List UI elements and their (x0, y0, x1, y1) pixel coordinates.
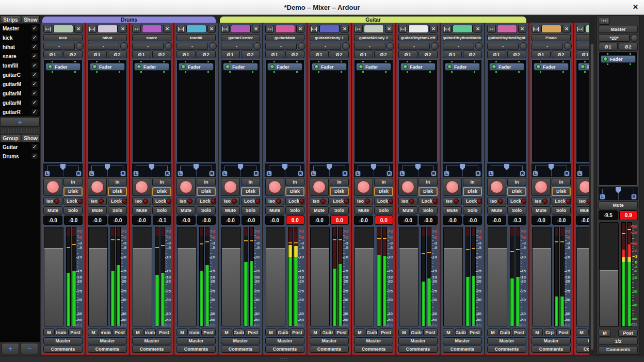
output-button[interactable]: Master (576, 337, 589, 344)
group-button[interactable]: Guitr (366, 328, 378, 336)
solo-lock-button[interactable]: Lock (463, 197, 482, 205)
group-button[interactable]: Drums (144, 328, 156, 336)
input-monitor-button[interactable]: In (374, 178, 393, 186)
phase-2-button[interactable]: Ø2 (152, 51, 171, 58)
comments-button[interactable]: Comments (88, 345, 127, 353)
visible-checkbox[interactable]: ✓ (31, 99, 38, 106)
processor-active-led[interactable] (536, 64, 541, 69)
fader-processor[interactable]: Fader (223, 63, 258, 71)
strip-name-button[interactable]: Piano (532, 34, 571, 41)
strip-name-button[interactable]: guitarRhythmMiddle (443, 34, 482, 41)
input-monitor-button[interactable]: In (241, 178, 260, 186)
trim-knob[interactable] (631, 34, 638, 42)
strip-name-button[interactable]: guitarRhythmLeft (398, 34, 438, 41)
mute-button[interactable]: Mute (43, 206, 62, 215)
phase-1-button[interactable]: Ø1 (532, 51, 551, 58)
solo-isolate-button[interactable]: Iso (43, 197, 62, 205)
sidebar-strip-row[interactable]: snare ✓ (0, 52, 40, 61)
pan-widget[interactable]: L R (354, 163, 393, 177)
metering-point-button[interactable]: Post (512, 328, 526, 336)
peak-display[interactable]: -0.0 (463, 216, 482, 225)
strip-hide-icon[interactable]: ✕ (119, 25, 127, 33)
record-arm-button[interactable] (132, 178, 151, 196)
strip-color-bar[interactable] (541, 25, 561, 33)
trim-button[interactable]: - (398, 43, 430, 50)
strip-name-button[interactable]: guitarRhythmRight (487, 34, 526, 41)
metering-point-button[interactable]: Post (290, 328, 304, 336)
output-button[interactable]: Master (88, 337, 127, 344)
metering-point-button[interactable]: Post (468, 328, 482, 336)
level-meter[interactable] (621, 222, 632, 327)
record-arm-button[interactable] (221, 178, 240, 196)
group-button[interactable]: Guitr (233, 328, 245, 336)
trim-button[interactable]: - (176, 43, 208, 50)
sidebar-group-row[interactable]: Guitar ✓ (0, 142, 40, 152)
volume-fader[interactable] (221, 227, 241, 326)
trim-knob[interactable] (120, 42, 128, 50)
output-button[interactable]: 1/2 (599, 338, 638, 345)
meter-bar[interactable] (332, 227, 337, 326)
visible-checkbox[interactable]: ✓ (31, 80, 38, 88)
meter-bar[interactable] (199, 227, 204, 326)
group-button[interactable]: Drums (56, 328, 67, 336)
group-button[interactable]: Guitr (455, 328, 466, 336)
phase-2-button[interactable]: Ø2 (197, 51, 216, 58)
comments-button[interactable]: Comments (487, 345, 526, 353)
volume-fader[interactable] (88, 227, 108, 326)
fader-processor[interactable]: Fader (179, 63, 214, 71)
processor-active-led[interactable] (181, 64, 186, 69)
metering-point-button[interactable]: Post (201, 328, 216, 336)
mute-button[interactable]: Mute (398, 206, 417, 215)
metering-point-button[interactable]: Post (618, 329, 638, 337)
solo-isolate-button[interactable]: Iso (443, 197, 462, 205)
metering-point-button[interactable]: Post (379, 328, 393, 336)
comments-button[interactable]: Comments (532, 345, 571, 353)
solo-button[interactable]: Solo (152, 206, 171, 215)
trim-button[interactable]: - (43, 43, 75, 50)
phase-2-button[interactable]: Ø2 (241, 51, 260, 58)
solo-lock-button[interactable]: Lock (241, 197, 260, 205)
comments-button[interactable]: Comments (43, 345, 83, 353)
sidebar-strip-row[interactable]: hihat ✓ (0, 42, 40, 52)
strip-width-icon[interactable] (532, 25, 540, 33)
level-meter[interactable] (288, 227, 298, 326)
solo-isolate-button[interactable]: Iso (265, 197, 284, 205)
disk-monitor-button[interactable]: Disk (463, 187, 482, 196)
meter-bar[interactable] (244, 227, 248, 326)
solo-lock-button[interactable]: Lock (507, 197, 526, 205)
trim-knob[interactable] (475, 42, 483, 50)
processor-box[interactable]: Fader (310, 59, 349, 162)
sidebar-strip-row[interactable]: guitarR ✓ (0, 107, 40, 117)
solo-button[interactable]: Solo (463, 206, 482, 215)
comments-button[interactable]: Comments (132, 345, 171, 353)
processor-box[interactable]: Fader (576, 59, 589, 162)
fader-processor[interactable]: Fader (267, 63, 302, 71)
strip-hide-icon[interactable]: ✕ (252, 25, 260, 33)
group-button[interactable]: Guitr (411, 328, 422, 336)
solo-isolate-button[interactable]: Iso (132, 197, 151, 205)
level-meter[interactable] (554, 227, 565, 326)
strips-scrollbar[interactable] (590, 15, 594, 355)
visible-checkbox[interactable]: ✓ (31, 90, 38, 97)
level-meter[interactable] (332, 227, 343, 326)
solo-isolate-button[interactable]: Iso (221, 197, 240, 205)
sidebar-strip-row[interactable]: kick ✓ (0, 33, 40, 42)
strip-width-icon[interactable] (576, 25, 585, 33)
phase-1-button[interactable]: Ø1 (88, 51, 107, 58)
output-button[interactable]: Master (532, 337, 571, 344)
processor-box[interactable]: Fader (88, 59, 127, 162)
output-button[interactable]: Master (265, 337, 304, 344)
record-arm-button[interactable] (398, 178, 417, 196)
level-meter[interactable] (66, 227, 76, 326)
strip-width-icon[interactable] (354, 25, 363, 33)
meter-bar[interactable] (554, 227, 559, 326)
solo-lock-button[interactable]: Lock (418, 197, 438, 205)
gain-display[interactable]: -0.0 (398, 216, 417, 225)
output-button[interactable]: Master (132, 337, 171, 344)
trim-knob[interactable] (165, 42, 172, 50)
strip-hide-icon[interactable]: ✕ (341, 25, 349, 33)
volume-fader[interactable] (266, 227, 285, 326)
strip-color-bar[interactable] (186, 25, 206, 33)
strip-hide-icon[interactable]: ✕ (385, 25, 393, 33)
disk-monitor-button[interactable]: Disk (285, 187, 304, 196)
